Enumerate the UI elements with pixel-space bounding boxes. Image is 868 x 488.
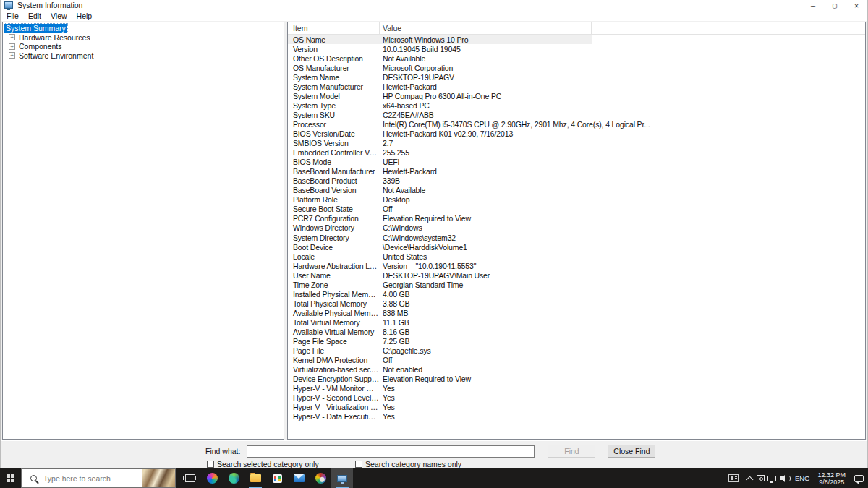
- search-selected-category-checkbox[interactable]: [207, 461, 214, 468]
- expand-plus-icon[interactable]: +: [9, 43, 15, 50]
- close-button[interactable]: ✕: [846, 0, 867, 10]
- expand-plus-icon[interactable]: +: [9, 52, 15, 59]
- table-row[interactable]: Available Physical Memory838 MB: [288, 308, 592, 317]
- item-cell: System Directory: [288, 234, 380, 242]
- search-input[interactable]: [42, 474, 128, 484]
- value-cell: Desktop: [380, 195, 409, 204]
- window-title: System Information: [17, 1, 82, 9]
- table-row[interactable]: Hyper-V - Second Level Addres...Yes: [288, 393, 592, 403]
- table-row[interactable]: BIOS ModeUEFI: [288, 158, 592, 167]
- value-cell: Off: [380, 205, 392, 213]
- paint-taskbar-button[interactable]: [310, 468, 331, 488]
- action-center-button[interactable]: [849, 468, 868, 488]
- table-row[interactable]: Total Physical Memory3.88 GB: [288, 299, 592, 308]
- table-row[interactable]: Kernel DMA ProtectionOff: [288, 356, 592, 365]
- table-row[interactable]: System DirectoryC:\Windows\system32: [288, 233, 592, 242]
- menu-file[interactable]: File: [7, 12, 19, 20]
- network-tray-button[interactable]: [766, 468, 778, 488]
- table-row[interactable]: Boot Device\Device\HarddiskVolume1: [288, 242, 592, 252]
- table-row[interactable]: Total Virtual Memory11.1 GB: [288, 317, 592, 327]
- table-row[interactable]: System Typex64-based PC: [288, 100, 592, 110]
- table-row[interactable]: Version10.0.19045 Build 19045: [288, 44, 592, 53]
- value-cell: United States: [380, 252, 427, 261]
- minimize-button[interactable]: –: [802, 0, 824, 10]
- close-find-button[interactable]: Close Find: [608, 445, 655, 458]
- find-input[interactable]: [247, 445, 535, 458]
- column-header-value[interactable]: Value: [380, 22, 592, 34]
- search-highlight-image[interactable]: [142, 469, 175, 487]
- table-row[interactable]: BIOS Version/DateHewlett-Packard K01 v02…: [288, 129, 592, 138]
- table-row[interactable]: LocaleUnited States: [288, 252, 592, 261]
- item-cell: System Name: [288, 73, 380, 82]
- tree-item-components[interactable]: +Components: [3, 42, 284, 51]
- table-row[interactable]: Virtualization-based securityNot enabled: [288, 365, 592, 374]
- value-cell: Microsoft Corporation: [380, 64, 453, 72]
- value-cell: C:\Windows\system32: [380, 234, 456, 242]
- table-row[interactable]: BaseBoard ManufacturerHewlett-Packard: [288, 167, 592, 176]
- table-row[interactable]: PCR7 ConfigurationElevation Required to …: [288, 214, 592, 223]
- system-information-taskbar-button[interactable]: [331, 468, 353, 488]
- table-row[interactable]: BaseBoard VersionNot Available: [288, 186, 592, 195]
- table-row[interactable]: OS NameMicrosoft Windows 10 Pro: [288, 35, 592, 44]
- file-explorer-taskbar-button[interactable]: [244, 468, 266, 488]
- table-row[interactable]: Hardware Abstraction LayerVersion = "10.…: [288, 261, 592, 270]
- language-indicator[interactable]: ENG: [791, 468, 814, 488]
- table-row[interactable]: System ManufacturerHewlett-Packard: [288, 82, 592, 91]
- mail-taskbar-button[interactable]: [288, 468, 310, 488]
- value-cell: HP Compaq Pro 6300 All-in-One PC: [380, 92, 501, 100]
- table-row[interactable]: Device Encryption SupportElevation Requi…: [288, 374, 592, 384]
- item-cell: Page File Space: [288, 337, 380, 346]
- taskbar-search[interactable]: [21, 468, 176, 488]
- table-row[interactable]: System NameDESKTOP-19UPAGV: [288, 72, 592, 82]
- vm-window-tray-button[interactable]: [755, 468, 766, 488]
- windows-logo-icon: [7, 474, 14, 482]
- table-row[interactable]: Page File Space7.25 GB: [288, 337, 592, 346]
- item-cell: Installed Physical Memory (RAM): [288, 290, 380, 299]
- table-row[interactable]: SMBIOS Version2.7: [288, 139, 592, 148]
- table-row[interactable]: Platform RoleDesktop: [288, 195, 592, 205]
- edge-taskbar-button[interactable]: [223, 468, 244, 488]
- table-row[interactable]: Secure Boot StateOff: [288, 205, 592, 214]
- hiddens-chevron-tray-button[interactable]: [744, 468, 755, 488]
- search-category-names-checkbox[interactable]: [355, 461, 362, 468]
- table-row[interactable]: Page FileC:\pagefile.sys: [288, 346, 592, 356]
- tree-item-software-environment[interactable]: +Software Environment: [3, 51, 284, 61]
- find-button[interactable]: Find: [548, 445, 595, 458]
- expand-plus-icon[interactable]: +: [9, 34, 15, 40]
- table-row[interactable]: Hyper-V - Virtualization Enable...Yes: [288, 403, 592, 412]
- table-row[interactable]: Available Virtual Memory8.16 GB: [288, 327, 592, 336]
- store-taskbar-button[interactable]: [266, 468, 288, 488]
- table-row[interactable]: User NameDESKTOP-19UPAGV\Main User: [288, 270, 592, 280]
- table-row[interactable]: Windows DirectoryC:\Windows: [288, 223, 592, 233]
- table-row[interactable]: Hyper-V - Data Execution Prote...Yes: [288, 412, 592, 421]
- taskbar-clock[interactable]: 12:32 PM 9/8/2025: [814, 468, 849, 488]
- menu-view[interactable]: View: [51, 12, 67, 20]
- summary-table: Item Value OS NameMicrosoft Windows 10 P…: [287, 22, 866, 440]
- item-cell: Kernel DMA Protection: [288, 356, 380, 364]
- tree-item-system-summary[interactable]: System Summary: [3, 24, 284, 33]
- value-cell: Not enabled: [380, 365, 422, 374]
- table-row[interactable]: OS ManufacturerMicrosoft Corporation: [288, 63, 592, 72]
- table-row[interactable]: ProcessorIntel(R) Core(TM) i5-3470S CPU …: [288, 119, 592, 129]
- table-row[interactable]: Hyper-V - VM Monitor Mode E...Yes: [288, 384, 592, 393]
- copilot-taskbar-button[interactable]: [201, 468, 223, 488]
- task-view-taskbar-button[interactable]: [179, 468, 201, 488]
- menu-edit[interactable]: Edit: [28, 12, 41, 20]
- news-widget-tray-button[interactable]: [723, 468, 744, 488]
- table-row[interactable]: Installed Physical Memory (RAM)4.00 GB: [288, 289, 592, 299]
- table-row[interactable]: System ModelHP Compaq Pro 6300 All-in-On…: [288, 91, 592, 100]
- column-header-item[interactable]: Item: [288, 22, 380, 34]
- table-row[interactable]: Other OS DescriptionNot Available: [288, 53, 592, 63]
- menu-help[interactable]: Help: [77, 12, 93, 20]
- maximize-button[interactable]: ▢: [824, 0, 846, 10]
- table-row[interactable]: BaseBoard Product339B: [288, 176, 592, 186]
- volume-tray-button[interactable]: [778, 468, 791, 488]
- tree-item-hardware-resources[interactable]: +Hardware Resources: [3, 33, 284, 43]
- start-button[interactable]: [0, 468, 21, 488]
- table-row[interactable]: Time ZoneGeorgian Standard Time: [288, 280, 592, 289]
- value-cell: 838 MB: [380, 309, 408, 317]
- table-row[interactable]: System SKUC2Z45EA#ABB: [288, 110, 592, 119]
- item-cell: Hyper-V - Second Level Addres...: [288, 393, 380, 402]
- table-row[interactable]: Embedded Controller Version255.255: [288, 148, 592, 158]
- item-cell: Hyper-V - VM Monitor Mode E...: [288, 384, 380, 393]
